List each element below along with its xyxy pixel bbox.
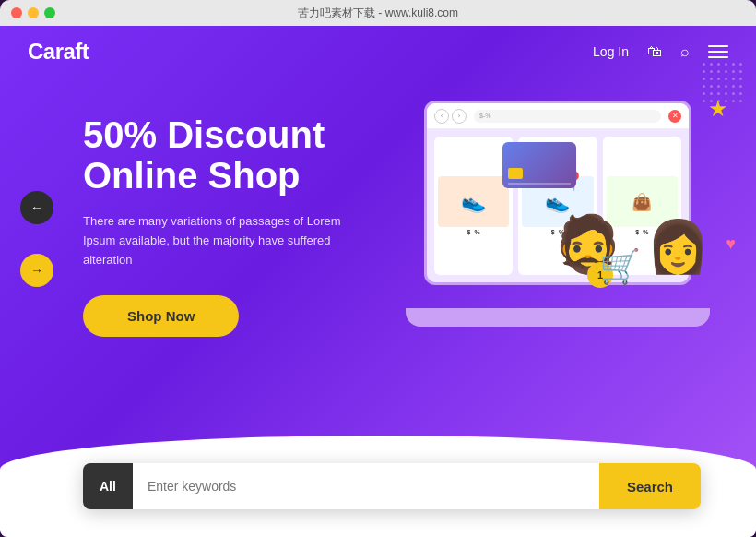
shopping-cart-illustration: 🛒: [599, 247, 641, 286]
hero-title: 50% Discount Online Shop: [83, 114, 433, 196]
search-input[interactable]: [133, 479, 599, 494]
screen-product-1: 👟 $ -%: [434, 137, 513, 275]
traffic-light-yellow[interactable]: [28, 7, 39, 18]
browser-body: Caraft Log In 🛍 ⌕ ← → 50% Discount Onlin…: [0, 26, 756, 537]
hero-description: There are many variations of passages of…: [83, 212, 341, 269]
search-icon[interactable]: ⌕: [680, 43, 690, 60]
hero-section: ← → 50% Discount Online Shop There are m…: [0, 78, 756, 337]
search-section: All Search: [83, 463, 701, 509]
window-chrome: 苦力吧素材下载 - www.kuli8.com: [0, 0, 756, 26]
heart-icon: ♥: [726, 234, 736, 254]
star-icon: ★: [708, 96, 728, 122]
screen-close-btn: ✕: [668, 110, 681, 123]
login-button[interactable]: Log In: [593, 44, 629, 59]
laptop-base: [406, 308, 710, 327]
hero-content-left: 50% Discount Online Shop There are many …: [83, 96, 433, 337]
next-arrow[interactable]: →: [20, 254, 53, 287]
hamburger-menu[interactable]: [708, 45, 728, 58]
card-strip: [508, 183, 571, 185]
traffic-light-red[interactable]: [11, 7, 22, 18]
screen-url-bar: $-%: [474, 110, 661, 123]
search-button[interactable]: Search: [599, 463, 701, 509]
shop-now-button[interactable]: Shop Now: [83, 295, 239, 337]
screen-browser-bar: ‹› $-% ✕: [427, 103, 689, 129]
screen-nav-dots: ‹›: [434, 109, 467, 124]
prev-arrow[interactable]: ←: [20, 191, 53, 224]
search-category-dropdown[interactable]: All: [83, 463, 133, 509]
card-chip: [508, 168, 523, 179]
shopper-woman-illustration: 👩: [646, 221, 710, 272]
logo[interactable]: Caraft: [28, 39, 89, 65]
product-price-1: $ -%: [467, 229, 479, 235]
nav-right: Log In 🛍 ⌕: [593, 43, 728, 60]
window-title: 苦力吧素材下载 - www.kuli8.com: [298, 6, 458, 21]
traffic-light-green[interactable]: [44, 7, 55, 18]
cart-icon[interactable]: 🛍: [647, 43, 662, 60]
credit-card-illustration: [502, 142, 576, 188]
navbar: Caraft Log In 🛍 ⌕: [0, 26, 756, 78]
product-img-1: 👟: [438, 176, 509, 227]
